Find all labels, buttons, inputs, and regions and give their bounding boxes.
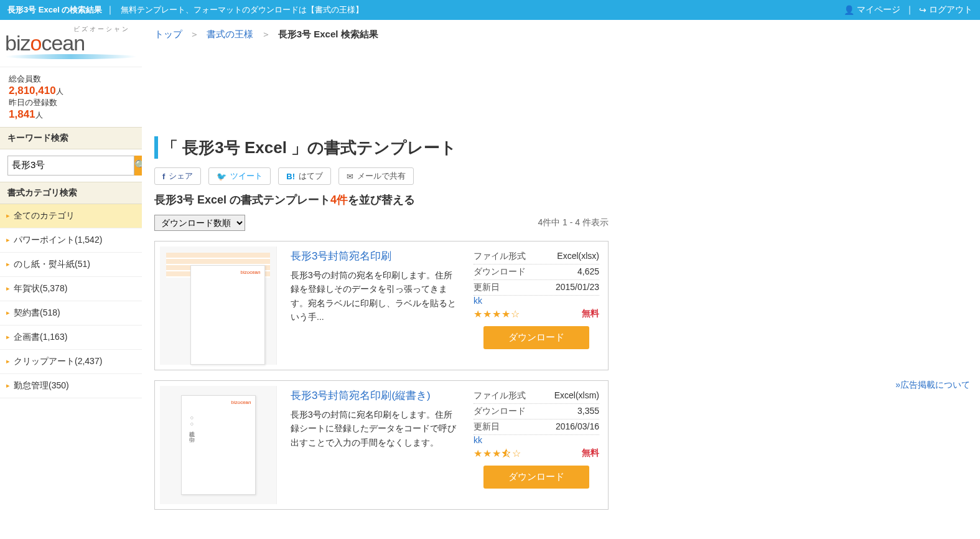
category-list: 全てのカテゴリ パワーポイント(1,542) のし紙・熨斗紙(51) 年賀状(5… xyxy=(0,204,142,398)
hatena-icon: B! xyxy=(286,172,295,181)
result-price: 無料 xyxy=(582,448,599,459)
main-content: トップ ＞ 書式の王様 ＞ 長形3号 Excel 検索結果 「 長形3号 Exc… xyxy=(142,20,621,520)
logo-main: bizocean xyxy=(5,34,137,53)
result-card: bizocean ○○株式会社 御中 長形3号封筒宛名印刷(縦書き) 長形3号の… xyxy=(154,380,609,510)
share-facebook-button[interactable]: f シェア xyxy=(154,167,201,185)
result-rating-stars: ★★★★☆ xyxy=(474,309,520,319)
breadcrumb-king[interactable]: 書式の王様 xyxy=(207,29,253,39)
topbar-subtitle: 無料テンプレート、フォーマットのダウンロードは【書式の王様】 xyxy=(121,4,363,16)
result-description: 長形3号の封筒に宛名印刷をします。住所録シートに登録したデータをコードで呼び出す… xyxy=(291,408,456,449)
share-row: f シェア 🐦 ツイート B! はてブ ✉ メールで共有 xyxy=(142,164,621,191)
result-card: bizocean 長形3号封筒宛名印刷 長形3号の封筒の宛名を印刷します。住所録… xyxy=(154,241,609,370)
topbar-title: 長形3号 Excel の検索結果 xyxy=(7,4,102,16)
meta-dl-key: ダウンロード xyxy=(474,406,526,417)
logo-wave xyxy=(5,54,137,59)
share-hatena-button[interactable]: B! はてブ xyxy=(278,167,331,185)
sidebar-item-clipart[interactable]: クリップアート(2,437) xyxy=(0,350,142,373)
meta-dl-value: 3,355 xyxy=(577,406,599,417)
download-button[interactable]: ダウンロード xyxy=(483,326,589,349)
right-ad-column: »広告掲載について xyxy=(621,20,980,520)
mypage-label: マイページ xyxy=(857,4,900,16)
members-label: 総会員数 xyxy=(9,73,133,85)
share-twitter-button[interactable]: 🐦 ツイート xyxy=(208,167,271,185)
yesterday-unit: 人 xyxy=(35,111,43,120)
members-value: 2,810,410 xyxy=(9,85,56,96)
user-icon: 👤 xyxy=(844,5,854,15)
result-meta: ファイル形式Excel(xlsm) ダウンロード3,355 更新日2016/03… xyxy=(465,381,608,509)
result-description: 長形3号の封筒の宛名を印刷します。住所録を登録しそのデータを引っ張ってきます。宛… xyxy=(291,268,456,324)
page-title: 「 長形3号 Excel 」の書式テンプレート xyxy=(162,137,457,159)
download-button[interactable]: ダウンロード xyxy=(483,466,589,489)
category-search-heading: 書式カテゴリ検索 xyxy=(0,182,142,204)
yesterday-label: 昨日の登録数 xyxy=(9,97,133,108)
meta-date-value: 2015/01/23 xyxy=(556,282,599,293)
breadcrumb-sep: ＞ xyxy=(261,29,271,39)
meta-format-value: Excel(xlsx) xyxy=(557,251,599,262)
sidebar: ビズオーシャン bizocean 総会員数 2,810,410人 昨日の登録数 … xyxy=(0,20,142,520)
twitter-icon: 🐦 xyxy=(217,172,226,181)
logo[interactable]: ビズオーシャン bizocean xyxy=(0,20,142,67)
breadcrumb: トップ ＞ 書式の王様 ＞ 長形3号 Excel 検索結果 xyxy=(142,20,621,49)
thumb-logo-icon: bizocean xyxy=(240,270,260,275)
members-unit: 人 xyxy=(56,87,63,96)
breadcrumb-top[interactable]: トップ xyxy=(154,29,182,39)
stats-box: 総会員数 2,810,410人 昨日の登録数 1,841人 xyxy=(0,67,142,127)
result-rating-stars: ★★★⯪☆ xyxy=(474,448,521,459)
result-author-link[interactable]: kk xyxy=(474,296,482,306)
thumb-document: bizocean ○○株式会社 御中 xyxy=(181,395,256,495)
mypage-link[interactable]: 👤 マイページ xyxy=(844,4,900,16)
sidebar-item-powerpoint[interactable]: パワーポイント(1,542) xyxy=(0,228,142,252)
share-mail-button[interactable]: ✉ メールで共有 xyxy=(338,167,414,185)
facebook-icon: f xyxy=(162,172,165,181)
sort-select[interactable]: ダウンロード数順 xyxy=(154,215,245,231)
result-title-link[interactable]: 長形3号封筒宛名印刷 xyxy=(291,250,391,262)
thumb-document: bizocean xyxy=(190,265,265,365)
sidebar-item-kikaku[interactable]: 企画書(1,163) xyxy=(0,326,142,349)
logout-label: ログアウト xyxy=(929,4,973,16)
result-meta: ファイル形式Excel(xlsx) ダウンロード4,625 更新日2015/01… xyxy=(465,241,608,370)
mail-icon: ✉ xyxy=(347,172,353,181)
result-author-link[interactable]: kk xyxy=(474,435,482,445)
meta-date-value: 2016/03/16 xyxy=(556,421,599,433)
topbar: 長形3号 Excel の検索結果 ｜ 無料テンプレート、フォーマットのダウンロー… xyxy=(0,0,980,20)
logout-link[interactable]: ↪ ログアウト xyxy=(919,4,973,16)
result-thumbnail[interactable]: bizocean ○○株式会社 御中 xyxy=(160,386,277,504)
result-range: 4件中 1 - 4 件表示 xyxy=(538,217,609,228)
sort-title: 長形3号 Excel の書式テンプレート4件を並び替える xyxy=(142,191,621,209)
meta-dl-value: 4,625 xyxy=(577,266,599,278)
result-price: 無料 xyxy=(582,308,599,319)
ad-info-link[interactable]: »広告掲載について xyxy=(631,380,970,391)
meta-format-key: ファイル形式 xyxy=(474,251,526,262)
yesterday-value: 1,841 xyxy=(9,108,35,120)
sidebar-item-all[interactable]: 全てのカテゴリ xyxy=(0,204,142,228)
result-title-link[interactable]: 長形3号封筒宛名印刷(縦書き) xyxy=(291,390,431,401)
sidebar-item-keiyaku[interactable]: 契約書(518) xyxy=(0,301,142,325)
meta-dl-key: ダウンロード xyxy=(474,266,526,278)
sidebar-item-nengajo[interactable]: 年賀状(5,378) xyxy=(0,277,142,301)
logout-icon: ↪ xyxy=(919,5,926,15)
meta-format-value: Excel(xlsm) xyxy=(554,390,599,401)
title-accent-bar xyxy=(154,136,158,159)
sidebar-item-kintai[interactable]: 勤怠管理(350) xyxy=(0,374,142,398)
breadcrumb-current: 長形3号 Excel 検索結果 xyxy=(278,29,378,39)
keyword-search-heading: キーワード検索 xyxy=(0,127,142,149)
sidebar-item-noshi[interactable]: のし紙・熨斗紙(51) xyxy=(0,253,142,276)
topbar-divider: ｜ xyxy=(905,4,914,16)
result-thumbnail[interactable]: bizocean xyxy=(160,246,277,365)
thumb-logo-icon: bizocean xyxy=(231,400,251,405)
breadcrumb-sep: ＞ xyxy=(190,29,199,39)
meta-date-key: 更新日 xyxy=(474,282,500,293)
meta-date-key: 更新日 xyxy=(474,421,500,433)
topbar-separator: ｜ xyxy=(106,4,114,16)
search-input[interactable] xyxy=(7,156,134,176)
meta-format-key: ファイル形式 xyxy=(474,390,526,401)
result-count: 4件 xyxy=(330,194,348,206)
